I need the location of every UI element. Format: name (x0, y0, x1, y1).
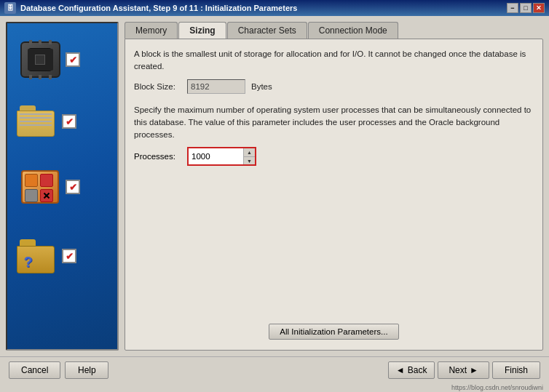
processes-label: Processes: (134, 152, 181, 161)
folder2-icon-wrapper: ? (11, 234, 62, 278)
tab-character-sets[interactable]: Character Sets (227, 22, 307, 39)
bottom-left-buttons: Cancel Help (9, 361, 108, 379)
all-params-button[interactable]: All Initialization Parameters... (269, 324, 398, 340)
cancel-button[interactable]: Cancel (9, 361, 60, 379)
processes-spinner: ▲ ▼ (243, 148, 255, 164)
window-body: ? Memory Sizing Character Sets Connectio… (0, 16, 549, 392)
config-icon (21, 170, 59, 204)
block-size-label: Block Size: (134, 82, 181, 91)
sidebar-item-chip (15, 38, 80, 81)
sidebar-check-1 (66, 52, 80, 67)
chip-icon (20, 41, 60, 78)
processes-input-wrapper: ▲ ▼ (187, 147, 256, 166)
sidebar-check-2 (62, 114, 76, 129)
processes-description: Specify the maximum number of operating … (134, 104, 534, 142)
sidebar-item-folder2: ? (11, 234, 76, 278)
processes-decrement[interactable]: ▼ (244, 157, 255, 165)
tab-connection-mode[interactable]: Connection Mode (308, 22, 398, 39)
all-params-row: All Initialization Parameters... (134, 318, 534, 341)
maximize-button[interactable]: □ (520, 3, 532, 13)
tab-bar: Memory Sizing Character Sets Connection … (125, 22, 543, 39)
block-size-unit: Bytes (251, 82, 272, 91)
window-controls: − □ ✕ (507, 3, 545, 13)
processes-increment[interactable]: ▲ (244, 148, 255, 157)
help-button[interactable]: Help (65, 361, 108, 379)
folder2-icon: ? (17, 239, 57, 273)
next-button[interactable]: Next ► (438, 361, 489, 379)
folder-icon (17, 105, 57, 138)
sidebar-item-config (15, 165, 80, 209)
title-bar: 🗄 Database Configuration Assistant, Step… (0, 0, 549, 16)
next-arrow-icon: ► (470, 365, 478, 375)
next-label: Next (449, 365, 467, 375)
close-button[interactable]: ✕ (533, 3, 545, 13)
tab-content-sizing: A block is the smallest unit of storage … (125, 39, 543, 351)
config-icon-wrapper (15, 165, 66, 209)
sidebar-check-4 (62, 249, 76, 263)
finish-button[interactable]: Finish (492, 361, 540, 379)
minimize-button[interactable]: − (507, 3, 518, 13)
sidebar-check-3 (66, 180, 80, 194)
sidebar: ? (6, 22, 119, 351)
processes-input[interactable] (189, 148, 243, 164)
tab-memory[interactable]: Memory (125, 22, 178, 39)
url-bar: https://blog.csdn.net/snroudiwni (0, 383, 549, 392)
back-label: Back (408, 365, 427, 375)
content-area: ? Memory Sizing Character Sets Connectio… (0, 16, 549, 356)
block-size-input[interactable] (187, 79, 245, 94)
processes-row: Processes: ▲ ▼ (134, 147, 534, 166)
folder-icon-wrapper (11, 100, 62, 143)
app-icon: 🗄 (4, 2, 16, 14)
back-arrow-icon: ◄ (396, 365, 405, 375)
right-panel: Memory Sizing Character Sets Connection … (125, 22, 543, 351)
bottom-bar: Cancel Help ◄ Back Next ► Finish (0, 356, 549, 383)
sidebar-item-folder (11, 100, 76, 143)
back-button[interactable]: ◄ Back (388, 361, 435, 379)
window-title: Database Configuration Assistant, Step 9… (20, 4, 507, 12)
block-size-row: Block Size: Bytes (134, 79, 534, 94)
chip-icon-wrapper (15, 38, 66, 81)
tab-sizing[interactable]: Sizing (178, 22, 226, 39)
bottom-right-buttons: ◄ Back Next ► Finish (388, 361, 540, 379)
block-size-description: A block is the smallest unit of storage … (134, 48, 534, 73)
